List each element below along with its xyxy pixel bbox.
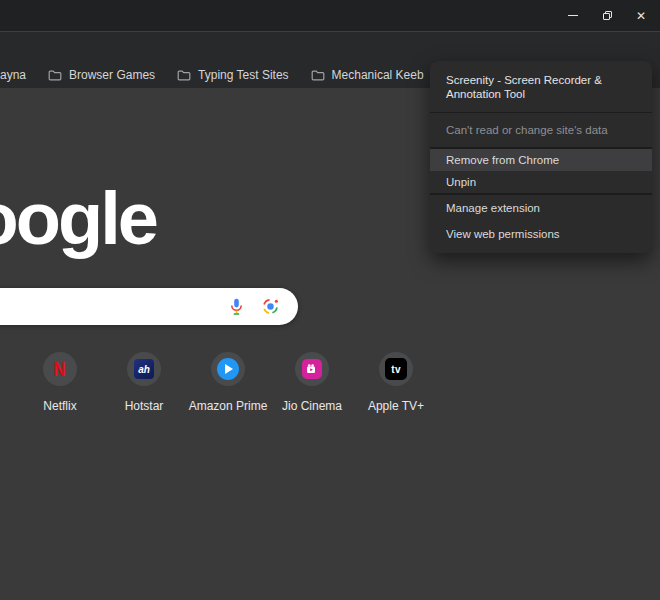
window-controls: ✕ [556,0,658,31]
toolbar: ★ [0,31,660,62]
shortcut-netflix[interactable]: N Netflix [18,352,102,413]
shortcut-label: Jio Cinema [282,399,342,413]
shortcut-hotstar-tile: ah [127,352,161,386]
bookmark-label: Typing Test Sites [198,68,289,82]
bookmark-label: Browser Games [69,68,155,82]
shortcut-netflix-tile: N [43,352,77,386]
titlebar: ✕ [0,0,660,31]
folder-icon [48,69,62,81]
shortcut-jio-cinema[interactable]: Jio Cinema [270,352,354,413]
shortcut-apple-tv[interactable]: tv Apple TV+ [354,352,438,413]
restore-button[interactable] [590,0,624,31]
hotstar-logo: ah [134,359,154,379]
amazon-prime-logo [217,358,239,380]
folder-icon [177,69,191,81]
menu-item-remove-from-chrome[interactable]: Remove from Chrome [430,149,652,171]
voice-search-button[interactable] [227,297,246,316]
extension-site-access-status: Can't read or change site's data [430,113,652,147]
bookmark-item-ayna[interactable]: ayna [0,68,37,82]
mic-icon [227,297,246,316]
close-button[interactable]: ✕ [624,0,658,31]
shortcut-amazon-prime[interactable]: Amazon Prime [186,352,270,413]
shortcut-hotstar[interactable]: ah Hotstar [102,352,186,413]
shortcut-apple-tv-tile: tv [379,352,413,386]
menu-item-unpin[interactable]: Unpin [430,171,652,193]
extension-context-menu: Screenity - Screen Recorder & Annotation… [430,61,652,253]
minimize-icon [568,15,578,17]
minimize-button[interactable] [556,0,590,31]
close-icon: ✕ [636,10,646,22]
menu-item-view-web-permissions[interactable]: View web permissions [430,221,652,247]
browser-window: ✕ ★ [0,0,660,600]
shortcut-label: Hotstar [125,399,164,413]
extension-menu-title: Screenity - Screen Recorder & Annotation… [430,61,652,112]
bookmark-folder-mechanical-keeb[interactable]: Mechanical Keeb [300,68,435,82]
bookmark-folder-browser-games[interactable]: Browser Games [37,68,166,82]
lens-icon [261,297,280,316]
bookmark-folder-typing-test-sites[interactable]: Typing Test Sites [166,68,300,82]
apple-tv-logo: tv [385,358,407,380]
search-bar[interactable] [0,288,298,325]
shortcut-label: Amazon Prime [189,399,268,413]
shortcut-label: Apple TV+ [368,399,424,413]
shortcut-tiles: N Netflix ah Hotstar Amazon Prime [18,352,438,413]
bookmark-label: Mechanical Keeb [332,68,424,82]
shortcut-amazon-prime-tile [211,352,245,386]
bookmark-label: ayna [0,68,26,82]
lens-search-button[interactable] [261,297,280,316]
menu-item-manage-extension[interactable]: Manage extension [430,195,652,221]
shortcut-label: Netflix [43,399,76,413]
shortcut-jio-cinema-tile [295,352,329,386]
netflix-logo: N [54,357,66,381]
folder-icon [311,69,325,81]
google-logo: Google [0,176,156,261]
jio-cinema-logo [302,359,322,379]
restore-icon [603,11,612,20]
